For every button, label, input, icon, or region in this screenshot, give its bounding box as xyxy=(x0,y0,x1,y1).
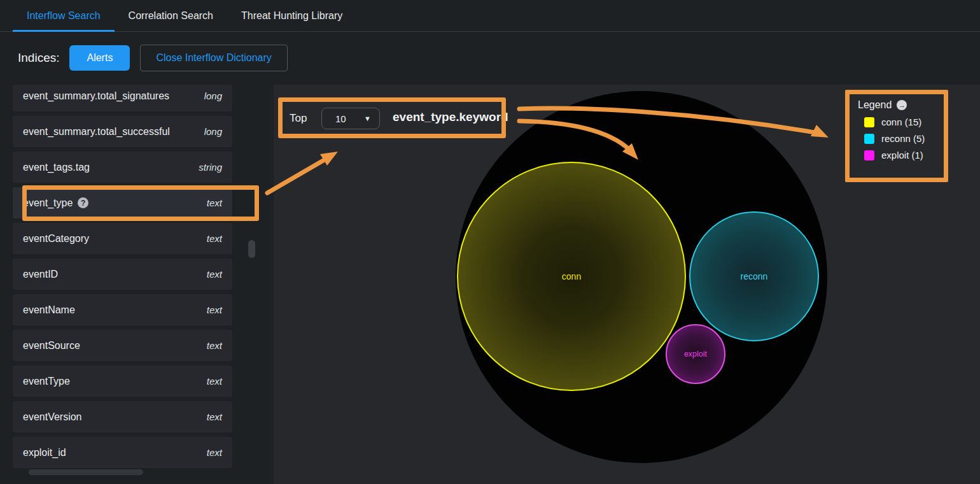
bubble-exploit[interactable]: exploit xyxy=(666,324,725,384)
legend-item-conn[interactable]: conn (15) xyxy=(864,117,944,127)
annotation-box-legend: Legend → conn (15) reconn (5) exploit (1… xyxy=(845,90,948,182)
app-window: Interflow Search Correlation Search Thre… xyxy=(0,0,980,484)
legend: Legend → conn (15) reconn (5) exploit (1… xyxy=(850,94,944,160)
field-row-eventname[interactable]: eventName text xyxy=(13,294,232,325)
legend-arrow-icon[interactable]: → xyxy=(897,100,907,110)
top-n-value: 10 xyxy=(335,113,346,124)
top-n-select[interactable]: 10 ▼ xyxy=(321,108,380,129)
reconn-swatch-icon xyxy=(864,134,874,144)
sidebar-horizontal-scrollbar[interactable] xyxy=(29,469,143,475)
field-row-event-type[interactable]: event_type ? text xyxy=(13,187,232,218)
field-row-eventid[interactable]: eventID text xyxy=(13,259,232,290)
indices-row: Indices: Alerts Close Interflow Dictiona… xyxy=(0,31,980,85)
indices-label: Indices: xyxy=(18,51,59,65)
field-row-eventsource[interactable]: eventSource text xyxy=(13,330,232,361)
sidebar-vertical-scrollbar[interactable] xyxy=(248,240,255,258)
legend-title: Legend xyxy=(858,99,892,111)
legend-item-reconn[interactable]: reconn (5) xyxy=(864,133,944,144)
bubble-conn-label: conn xyxy=(562,271,581,281)
tab-bar: Interflow Search Correlation Search Thre… xyxy=(0,0,980,32)
legend-header: Legend → xyxy=(858,99,944,111)
field-row-eventversion[interactable]: eventVersion text xyxy=(13,401,232,432)
field-row-event-summary-total-signatures[interactable]: event_summary.total_signatures long xyxy=(13,85,232,111)
conn-swatch-icon xyxy=(864,117,874,127)
bubble-reconn-label: reconn xyxy=(741,271,768,281)
field-dictionary-list: event_summary.total_signatures long even… xyxy=(13,85,262,484)
field-row-eventtype[interactable]: eventType text xyxy=(13,366,232,397)
bubble-conn[interactable]: conn xyxy=(457,162,686,391)
aggregation-field-label: event_type.keyword xyxy=(393,110,508,124)
bubble-reconn[interactable]: reconn xyxy=(689,211,819,341)
field-row-eventcategory[interactable]: eventCategory text xyxy=(13,223,232,254)
exploit-swatch-icon xyxy=(864,150,874,160)
tab-interflow-search[interactable]: Interflow Search xyxy=(13,0,115,31)
legend-item-exploit[interactable]: exploit (1) xyxy=(864,150,944,160)
close-interflow-dictionary-button[interactable]: Close Interflow Dictionary xyxy=(140,45,287,71)
field-row-event-tags-tag[interactable]: event_tags.tag string xyxy=(13,152,232,183)
tab-correlation-search[interactable]: Correlation Search xyxy=(115,0,227,31)
alerts-button[interactable]: Alerts xyxy=(69,45,130,71)
field-row-event-summary-total-successful[interactable]: event_summary.total_successful long xyxy=(13,116,232,147)
field-row-exploit-id[interactable]: exploit_id text xyxy=(13,437,232,468)
bubble-exploit-label: exploit xyxy=(684,350,707,359)
dropdown-arrow-icon: ▼ xyxy=(364,115,371,122)
help-icon[interactable]: ? xyxy=(78,197,88,208)
tab-threat-hunting-library[interactable]: Threat Hunting Library xyxy=(227,0,356,31)
top-n-label: Top xyxy=(290,112,307,125)
